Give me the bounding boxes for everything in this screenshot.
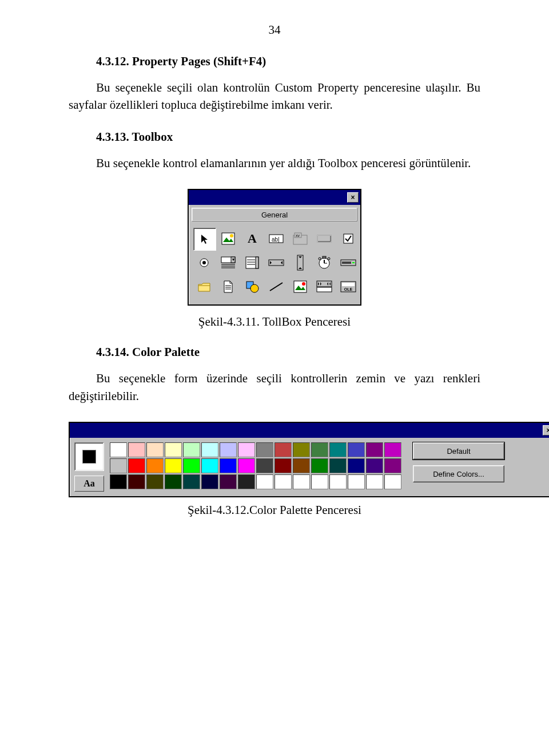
svg-rect-59 xyxy=(342,283,355,286)
color-swatch[interactable] xyxy=(366,458,383,473)
text-preview-button[interactable]: Aa xyxy=(74,476,104,492)
color-swatch[interactable] xyxy=(311,474,328,489)
color-swatch[interactable] xyxy=(201,442,218,457)
toolbox-window: × General A ab| xv xyxy=(188,189,361,306)
optionbutton-icon[interactable] xyxy=(193,252,215,274)
color-swatch[interactable] xyxy=(146,458,164,473)
textbox-icon[interactable]: ab| xyxy=(265,228,287,250)
color-swatch[interactable] xyxy=(128,458,145,473)
frame-icon[interactable]: xv xyxy=(289,228,311,250)
color-swatch[interactable] xyxy=(146,442,164,457)
svg-rect-42 xyxy=(352,262,355,263)
color-swatch[interactable] xyxy=(348,458,365,473)
palette-swatch-grid xyxy=(110,442,401,489)
line-icon[interactable] xyxy=(265,276,287,298)
color-swatch[interactable] xyxy=(165,442,182,457)
svg-point-38 xyxy=(319,258,321,260)
color-swatch[interactable] xyxy=(348,474,365,489)
svg-rect-1 xyxy=(222,233,234,244)
color-swatch[interactable] xyxy=(110,458,127,473)
color-swatch[interactable] xyxy=(274,458,292,473)
svg-marker-53 xyxy=(318,282,319,286)
drivelistbox-icon[interactable] xyxy=(337,252,359,274)
color-swatch[interactable] xyxy=(183,458,200,473)
color-swatch[interactable] xyxy=(384,474,401,489)
paragraph-property-pages: Bu seçenekle seçili olan kontrolün Custo… xyxy=(69,79,480,114)
color-swatch[interactable] xyxy=(165,458,182,473)
color-swatch[interactable] xyxy=(311,458,328,473)
color-swatch[interactable] xyxy=(348,442,365,457)
color-swatch[interactable] xyxy=(146,474,164,489)
commandbutton-icon[interactable] xyxy=(313,228,335,250)
color-swatch[interactable] xyxy=(201,474,218,489)
color-swatch[interactable] xyxy=(220,442,237,457)
checkbox-icon[interactable] xyxy=(337,228,359,250)
color-swatch[interactable] xyxy=(293,442,310,457)
svg-rect-37 xyxy=(323,256,326,258)
color-swatch[interactable] xyxy=(274,474,292,489)
color-swatch[interactable] xyxy=(311,442,328,457)
ole-icon[interactable]: OLE xyxy=(337,276,359,298)
color-swatch[interactable] xyxy=(220,458,237,473)
svg-marker-0 xyxy=(201,235,208,244)
svg-rect-5 xyxy=(269,235,283,243)
color-swatch[interactable] xyxy=(366,474,383,489)
color-swatch[interactable] xyxy=(165,474,182,489)
color-swatch[interactable] xyxy=(110,442,127,457)
data-icon[interactable] xyxy=(313,276,335,298)
color-swatch[interactable] xyxy=(238,474,255,489)
color-swatch[interactable] xyxy=(274,442,292,457)
paragraph-toolbox: Bu seçenekle kontrol elamanlarının yer a… xyxy=(69,155,480,172)
define-colors-button[interactable]: Define Colors... xyxy=(413,465,504,482)
vscrollbar-icon[interactable] xyxy=(289,252,311,274)
color-swatch[interactable] xyxy=(256,458,273,473)
color-swatch[interactable] xyxy=(128,474,145,489)
color-swatch[interactable] xyxy=(366,442,383,457)
color-swatch[interactable] xyxy=(183,474,200,489)
color-swatch[interactable] xyxy=(293,458,310,473)
caption-toolbox: Şekil-4.3.11. TollBox Penceresi xyxy=(69,315,480,329)
svg-text:OLE: OLE xyxy=(344,287,353,291)
picturebox-icon[interactable] xyxy=(217,228,239,250)
color-swatch[interactable] xyxy=(384,442,401,457)
svg-marker-32 xyxy=(299,256,302,258)
svg-rect-11 xyxy=(317,235,331,242)
svg-rect-31 xyxy=(297,255,303,270)
pointer-icon[interactable] xyxy=(193,228,216,251)
close-icon[interactable]: × xyxy=(347,192,359,203)
color-swatch[interactable] xyxy=(220,474,237,489)
color-swatch[interactable] xyxy=(128,442,145,457)
heading-property-pages: 4.3.12. Property Pages (Shift+F4) xyxy=(69,54,480,69)
color-swatch[interactable] xyxy=(329,442,347,457)
color-swatch[interactable] xyxy=(238,458,255,473)
hscrollbar-icon[interactable] xyxy=(265,252,287,274)
svg-marker-30 xyxy=(281,261,283,264)
label-icon[interactable]: A xyxy=(241,228,263,250)
svg-rect-58 xyxy=(341,282,356,292)
svg-rect-14 xyxy=(344,234,353,243)
timer-icon[interactable] xyxy=(313,252,335,274)
heading-toolbox: 4.3.13. Toolbox xyxy=(69,130,480,144)
combobox-icon[interactable] xyxy=(217,252,239,274)
shape-icon[interactable] xyxy=(241,276,263,298)
color-swatch[interactable] xyxy=(238,442,255,457)
color-swatch[interactable] xyxy=(293,474,310,489)
toolbox-general-button[interactable]: General xyxy=(192,208,357,221)
color-swatch[interactable] xyxy=(329,458,347,473)
dirlistbox-icon[interactable] xyxy=(193,276,215,298)
color-swatch[interactable] xyxy=(384,458,401,473)
close-icon[interactable]: × xyxy=(543,425,549,436)
color-swatch[interactable] xyxy=(201,458,218,473)
filelistbox-icon[interactable] xyxy=(217,276,239,298)
listbox-icon[interactable] xyxy=(241,252,263,274)
color-swatch[interactable] xyxy=(256,474,273,489)
color-swatch[interactable] xyxy=(256,442,273,457)
image-icon[interactable] xyxy=(289,276,311,298)
color-palette-window: × Aa Default Define Colors... xyxy=(69,422,549,497)
svg-point-47 xyxy=(250,284,258,292)
color-swatch[interactable] xyxy=(183,442,200,457)
color-swatch[interactable] xyxy=(110,474,127,489)
svg-text:A: A xyxy=(248,232,257,245)
color-swatch[interactable] xyxy=(329,474,347,489)
default-button[interactable]: Default xyxy=(413,442,504,460)
